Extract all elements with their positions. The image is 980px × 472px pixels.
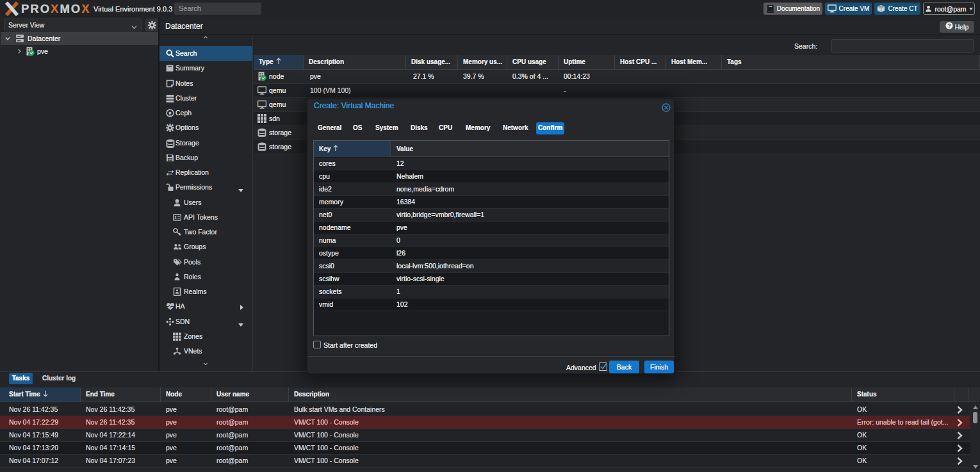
svg-text:?: ?	[947, 22, 951, 29]
